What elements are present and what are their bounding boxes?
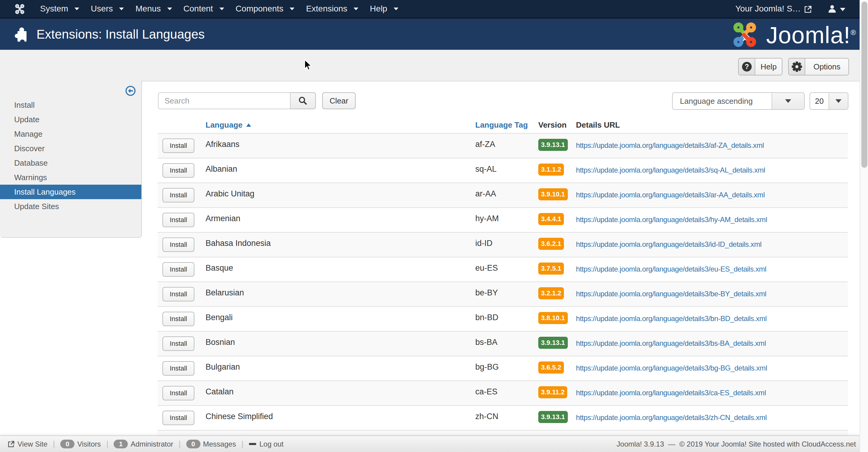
svg-text:?: ?: [745, 63, 749, 70]
